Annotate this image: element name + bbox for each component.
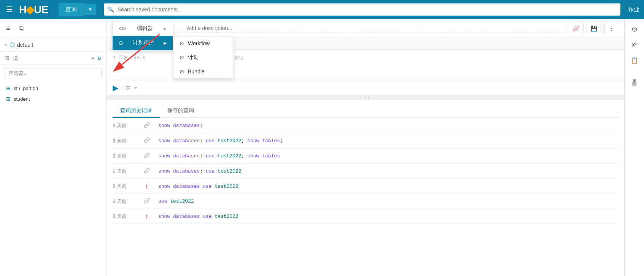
breadcrumb: < ⬡ default bbox=[0, 38, 106, 52]
history-sql: show databases use test2022 bbox=[158, 214, 618, 219]
right-panel-target-icon[interactable]: ◎ bbox=[630, 23, 639, 35]
submenu-label-bundle: Bundle bbox=[188, 68, 205, 75]
save-icon-btn[interactable]: 💾 bbox=[587, 23, 601, 34]
history-row[interactable]: 6 天前show databases; use test2022; show t… bbox=[113, 149, 618, 164]
submenu-item-workflow[interactable]: ⊙ Workflow bbox=[173, 36, 234, 50]
search-input[interactable] bbox=[104, 3, 620, 16]
dropdown-label-scheduler: 计划程序 bbox=[133, 40, 154, 46]
history-list: 6 天前show databases;6 天前show databases; u… bbox=[113, 118, 618, 224]
table-icon: ⊞ bbox=[6, 85, 11, 91]
history-time: 6 天前 bbox=[113, 213, 135, 220]
table-list: ⊞ stu_partion ⊞ student bbox=[0, 81, 106, 106]
add-table-icon[interactable]: + bbox=[91, 56, 94, 61]
history-time: 6 天前 bbox=[113, 183, 135, 190]
editor-header: 📈 💾 ⋮ bbox=[107, 19, 624, 38]
history-sql: use test2022 bbox=[158, 198, 618, 204]
history-time: 6 天前 bbox=[113, 138, 135, 144]
navbar-left: ☰ H◆UE 查询 ▼ bbox=[5, 3, 96, 16]
doc-description-input[interactable] bbox=[185, 24, 564, 32]
history-time: 6 天前 bbox=[113, 198, 135, 205]
editor-header-right: 📈 💾 ⋮ bbox=[569, 23, 618, 34]
table-name: stu_partion bbox=[14, 86, 38, 91]
main-layout: ≡ ⧉ < ⬡ default 表 (2) + ↻ ⊞ stu_partion bbox=[0, 19, 644, 276]
link-icon bbox=[143, 168, 151, 175]
database-icon: ⬡ bbox=[10, 41, 15, 48]
table-item-stu-partion[interactable]: ⊞ stu_partion bbox=[0, 83, 106, 94]
search-bar: 🔍 bbox=[104, 3, 620, 16]
hamburger-icon[interactable]: ☰ bbox=[5, 3, 14, 16]
submenu: ⊙ Workflow ⊙ 计划 ⊙ Bundle bbox=[173, 36, 234, 79]
history-time: 6 天前 bbox=[113, 122, 135, 129]
sidebar-copy-icon[interactable]: ⧉ bbox=[18, 23, 26, 34]
query-button-group: 查询 ▼ bbox=[59, 3, 96, 16]
query-button[interactable]: 查询 bbox=[59, 3, 84, 16]
sidebar: ≡ ⧉ < ⬡ default 表 (2) + ↻ ⊞ stu_partion bbox=[0, 19, 107, 276]
history-sql: show databases; bbox=[158, 123, 618, 128]
section-actions: + ↻ bbox=[91, 56, 102, 61]
query-tabs: 查询历史记录 保存的查询 bbox=[113, 100, 618, 118]
breadcrumb-chevron: < bbox=[5, 42, 7, 48]
drag-dots: • • • bbox=[360, 96, 370, 100]
editor-placeholder: 1 示例：SELE bbox=[113, 55, 145, 60]
link-icon bbox=[143, 198, 151, 205]
scheduler-icon: ⊙ bbox=[119, 40, 123, 46]
dropdown-item-scheduler[interactable]: ⊙ 计划程序 ▶ bbox=[113, 36, 173, 50]
table-layout-icon[interactable]: ⊞ bbox=[126, 84, 130, 92]
tables-section-label: 表 (2) bbox=[5, 55, 19, 62]
sidebar-section-header: 表 (2) + ↻ bbox=[0, 52, 106, 65]
logo: H◆UE bbox=[19, 3, 48, 16]
link-icon bbox=[143, 122, 151, 129]
history-row[interactable]: 6 天前show databases; use test2022 bbox=[113, 164, 618, 179]
run-divider: | bbox=[121, 85, 122, 91]
workflow-icon: ⊙ bbox=[180, 40, 184, 46]
history-sql: show databases; use test2022; show table… bbox=[158, 138, 618, 144]
tab-saved-queries[interactable]: 保存的查询 bbox=[160, 104, 202, 118]
tab-query-history[interactable]: 查询历史记录 bbox=[113, 104, 160, 118]
table-filter-input[interactable] bbox=[5, 68, 102, 78]
chevron-right-icon: ▶ bbox=[164, 26, 167, 31]
history-sql: show databases; use test2022; show table… bbox=[158, 153, 618, 159]
table-item-student[interactable]: ⊞ student bbox=[0, 94, 106, 104]
submenu-item-plan[interactable]: ⊙ 计划 bbox=[173, 50, 234, 65]
dropdown-item-editor[interactable]: </> 编辑器 ▶ bbox=[113, 21, 173, 36]
editor-header-left bbox=[113, 24, 564, 32]
table-layout-arrow[interactable]: ▼ bbox=[134, 86, 138, 90]
history-row[interactable]: 6 天前!show databases use test2022 bbox=[113, 179, 618, 194]
history-time: 6 天前 bbox=[113, 168, 135, 175]
history-row[interactable]: 6 天前show databases; bbox=[113, 118, 618, 133]
bundle-icon: ⊙ bbox=[180, 68, 184, 75]
refresh-tables-icon[interactable]: ↻ bbox=[97, 56, 102, 61]
right-panel-label: 表 bbox=[631, 75, 638, 76]
chevron-right-icon-2: ▶ bbox=[164, 41, 167, 46]
right-panel-superscript-icon: x² bbox=[630, 39, 639, 50]
error-icon: ! bbox=[143, 183, 151, 190]
dropdown-label-editor: 编辑器 bbox=[137, 25, 153, 32]
query-dropdown-arrow[interactable]: ▼ bbox=[84, 4, 96, 15]
submenu-label-workflow: Workflow bbox=[188, 40, 210, 46]
more-options-btn[interactable]: ⋮ bbox=[604, 23, 618, 34]
chart-icon-btn[interactable]: 📈 bbox=[569, 23, 584, 34]
navbar: ☰ H◆UE 查询 ▼ 🔍 作业 bbox=[0, 0, 644, 19]
link-icon bbox=[143, 152, 151, 160]
submenu-label-plan: 计划 bbox=[188, 54, 199, 61]
history-row[interactable]: 6 天前use test2022 bbox=[113, 194, 618, 209]
drag-divider[interactable]: • • • bbox=[107, 96, 624, 100]
breadcrumb-db-name[interactable]: default bbox=[17, 42, 33, 48]
right-panel-sublabel: 未找到匹配 bbox=[631, 78, 637, 79]
action-row: ▶ | ⊞ ▼ bbox=[107, 80, 624, 96]
link-icon bbox=[143, 137, 151, 144]
right-panel-clipboard-icon[interactable]: 📋 bbox=[628, 54, 641, 66]
query-section: 查询历史记录 保存的查询 6 天前show databases;6 天前show… bbox=[107, 100, 624, 276]
sidebar-toolbar: ≡ ⧉ bbox=[0, 19, 106, 38]
sidebar-database-icon[interactable]: ≡ bbox=[5, 23, 12, 34]
table-name: student bbox=[14, 96, 30, 102]
history-row[interactable]: 6 天前!show databases use test2022 bbox=[113, 209, 618, 224]
navbar-right-label: 作业 bbox=[628, 6, 639, 13]
history-row[interactable]: 6 天前show databases; use test2022; show t… bbox=[113, 133, 618, 149]
history-time: 6 天前 bbox=[113, 153, 135, 160]
submenu-item-bundle[interactable]: ⊙ Bundle bbox=[173, 65, 234, 78]
history-sql: show databases; use test2022 bbox=[158, 168, 618, 174]
dropdown-menu: </> 编辑器 ▶ ⊙ 计划程序 ▶ bbox=[112, 21, 173, 51]
right-panel: ◎ x² 📋 表 未找到匹配 bbox=[624, 19, 644, 276]
run-button[interactable]: ▶ bbox=[113, 83, 118, 92]
